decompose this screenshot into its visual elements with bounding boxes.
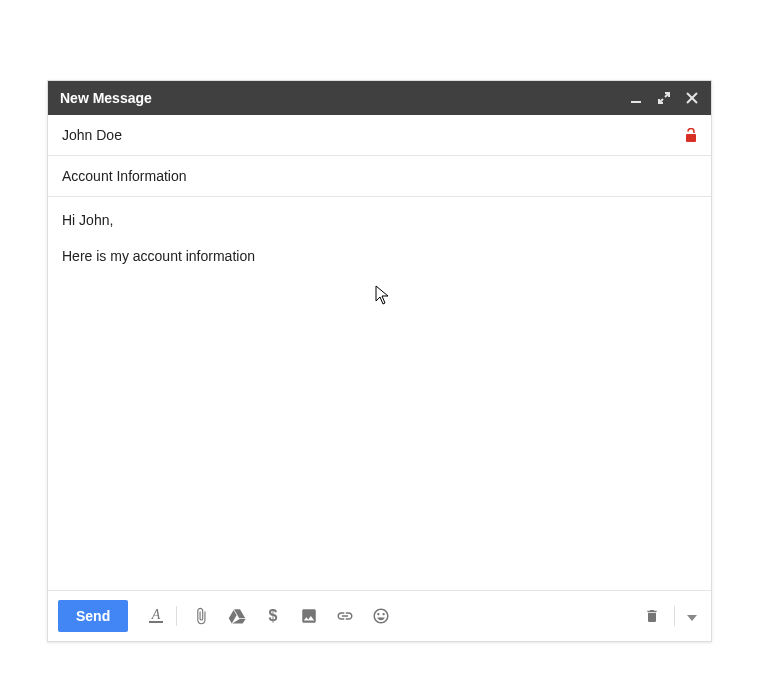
- mouse-cursor-icon: [375, 285, 391, 310]
- footer-right: [642, 603, 701, 629]
- drive-icon[interactable]: [227, 606, 247, 626]
- svg-rect-0: [631, 101, 641, 103]
- svg-text:$: $: [269, 607, 278, 624]
- send-button[interactable]: Send: [58, 600, 128, 632]
- svg-rect-7: [149, 621, 163, 623]
- compose-window: New Message John Doe: [47, 80, 712, 642]
- format-text-icon[interactable]: A: [146, 606, 166, 626]
- svg-rect-5: [686, 134, 696, 142]
- dollar-icon[interactable]: $: [263, 606, 283, 626]
- compose-title: New Message: [60, 90, 152, 106]
- expand-icon[interactable]: [657, 91, 671, 105]
- minimize-icon[interactable]: [629, 91, 643, 105]
- more-options-icon[interactable]: [683, 603, 701, 629]
- body-line: Hi John,: [62, 211, 697, 229]
- titlebar-controls: [629, 91, 699, 105]
- subject-text: Account Information: [62, 168, 697, 184]
- subject-field[interactable]: Account Information: [48, 156, 711, 197]
- body-line: Here is my account information: [62, 247, 697, 265]
- compose-titlebar: New Message: [48, 81, 711, 115]
- tls-lock-icon[interactable]: [685, 128, 697, 142]
- trash-icon[interactable]: [642, 606, 662, 626]
- insert-photo-icon[interactable]: [299, 606, 319, 626]
- insert-link-icon[interactable]: [335, 606, 355, 626]
- emoji-icon[interactable]: [371, 606, 391, 626]
- footer-left: Send A $: [58, 600, 407, 632]
- close-icon[interactable]: [685, 91, 699, 105]
- compose-footer: Send A $: [48, 590, 711, 641]
- attach-file-icon[interactable]: [191, 606, 211, 626]
- compose-body[interactable]: Hi John, Here is my account information: [48, 197, 711, 590]
- divider: [176, 606, 177, 626]
- divider: [674, 606, 675, 626]
- svg-text:A: A: [151, 607, 161, 622]
- recipient-field[interactable]: John Doe: [48, 115, 711, 156]
- recipient-text: John Doe: [62, 127, 685, 143]
